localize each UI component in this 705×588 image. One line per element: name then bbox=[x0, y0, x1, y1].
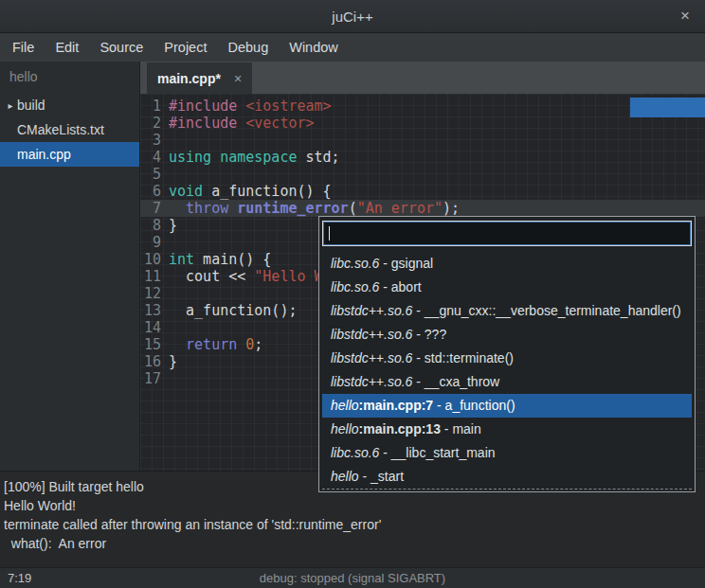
line-text: throw runtime_error("An error"); bbox=[161, 200, 460, 217]
code-line-2[interactable]: 2#include <vector> bbox=[140, 115, 705, 132]
symbol-name: - __gnu_cxx::__verbose_terminate_handler… bbox=[412, 303, 680, 318]
backtrace-item[interactable]: hello - _start bbox=[322, 465, 692, 489]
token-kw: namespace bbox=[220, 149, 297, 166]
backtrace-item[interactable]: hello:main.cpp:13 - main bbox=[322, 418, 692, 441]
line-text: #include <iostream> bbox=[161, 98, 332, 115]
token-inc: <iostream> bbox=[245, 98, 331, 115]
token-plain: std; bbox=[297, 149, 339, 166]
token-plain bbox=[169, 200, 186, 217]
tree-item-main-cpp[interactable]: main.cpp bbox=[0, 142, 139, 167]
line-number[interactable]: 15 bbox=[140, 336, 161, 353]
token-pp: #include bbox=[169, 115, 237, 132]
backtrace-popup: libc.so.6 - gsignallibc.so.6 - abortlibs… bbox=[318, 216, 696, 492]
tree-item-label: CMakeLists.txt bbox=[15, 122, 104, 137]
line-number[interactable]: 1 bbox=[140, 98, 161, 115]
backtrace-filter-input[interactable] bbox=[322, 221, 692, 246]
debug-status: debug: stopped (signal SIGABRT) bbox=[0, 568, 705, 588]
token-pp: #include bbox=[169, 98, 237, 115]
token-plain bbox=[211, 149, 220, 166]
symbol-name: - __cxa_throw bbox=[412, 374, 499, 389]
token-num: 0 bbox=[245, 336, 254, 353]
backtrace-item[interactable]: libc.so.6 - gsignal bbox=[322, 252, 692, 276]
menu-source[interactable]: Source bbox=[89, 33, 154, 62]
tree-item-cmakelists-txt[interactable]: CMakeLists.txt bbox=[0, 117, 139, 142]
code-line-1[interactable]: 1#include <iostream> bbox=[140, 98, 705, 115]
line-number[interactable]: 7 bbox=[140, 200, 161, 217]
scrollbar-thumb[interactable] bbox=[630, 98, 705, 117]
line-text: } bbox=[161, 353, 177, 370]
line-number[interactable]: 13 bbox=[140, 302, 161, 319]
token-kw: int bbox=[169, 251, 194, 268]
token-str: "Hello W bbox=[254, 268, 322, 285]
title-bar: juCi++ × bbox=[0, 0, 705, 33]
module-name: hello bbox=[331, 398, 359, 413]
line-text bbox=[161, 132, 169, 149]
line-number[interactable]: 8 bbox=[140, 217, 161, 234]
app-window: juCi++ × FileEditSourceProjectDebugWindo… bbox=[0, 0, 705, 588]
menu-window[interactable]: Window bbox=[279, 33, 349, 62]
token-plain bbox=[169, 336, 186, 353]
close-icon[interactable]: × bbox=[676, 7, 695, 26]
tab-close-icon[interactable]: × bbox=[234, 71, 242, 86]
line-text: int main() { bbox=[161, 251, 271, 268]
token-plain: a_function() { bbox=[203, 183, 331, 200]
expander-icon[interactable]: ▸ bbox=[0, 100, 15, 111]
module-name: hello bbox=[331, 421, 359, 437]
tab-main-cpp[interactable]: main.cpp* × bbox=[147, 62, 252, 94]
tree-item-label: main.cpp bbox=[15, 147, 71, 162]
module-name: libstdc++.so.6 bbox=[331, 374, 412, 389]
symbol-name: - _start bbox=[359, 469, 404, 484]
backtrace-item[interactable]: libstdc++.so.6 - __cxa_throw bbox=[322, 370, 692, 394]
tree-item-build[interactable]: ▸build bbox=[0, 93, 139, 117]
menu-file[interactable]: File bbox=[2, 33, 45, 62]
token-plain: ( bbox=[349, 200, 357, 217]
symbol-name: - ??? bbox=[412, 327, 446, 342]
line-number[interactable]: 12 bbox=[140, 285, 161, 302]
line-number[interactable]: 9 bbox=[140, 234, 161, 251]
line-number[interactable]: 5 bbox=[140, 166, 161, 183]
backtrace-item[interactable]: libc.so.6 - __libc_start_main bbox=[322, 441, 692, 465]
menu-edit[interactable]: Edit bbox=[45, 33, 89, 62]
code-line-7[interactable]: 7 throw runtime_error("An error"); bbox=[140, 200, 705, 217]
console-line: Hello World! bbox=[4, 496, 705, 515]
module-name: libc.so.6 bbox=[331, 445, 379, 460]
line-number[interactable]: 11 bbox=[140, 268, 161, 285]
token-exc: runtime_error bbox=[237, 200, 348, 217]
line-number[interactable]: 4 bbox=[140, 149, 161, 166]
line-number[interactable]: 16 bbox=[140, 353, 161, 370]
code-line-4[interactable]: 4using namespace std; bbox=[140, 149, 705, 166]
code-line-3[interactable]: 3 bbox=[140, 132, 705, 149]
symbol-name: - abort bbox=[379, 279, 421, 294]
module-name: libc.so.6 bbox=[331, 256, 379, 271]
backtrace-item[interactable]: libstdc++.so.6 - std::terminate() bbox=[322, 347, 692, 370]
backtrace-item[interactable]: libstdc++.so.6 - __gnu_cxx::__verbose_te… bbox=[322, 299, 692, 323]
token-kw2: throw bbox=[186, 200, 228, 217]
token-plain: main() { bbox=[194, 251, 271, 268]
line-text bbox=[161, 234, 169, 251]
symbol-name: - a_function() bbox=[433, 398, 515, 413]
backtrace-item[interactable]: libstdc++.so.6 - ??? bbox=[322, 323, 692, 347]
backtrace-item[interactable]: hello:main.cpp:7 - a_function() bbox=[322, 394, 692, 418]
line-number[interactable]: 6 bbox=[140, 183, 161, 200]
code-line-6[interactable]: 6void a_function() { bbox=[140, 183, 705, 200]
console-line: what(): An error bbox=[4, 534, 705, 553]
menu-bar: FileEditSourceProjectDebugWindow bbox=[0, 33, 705, 62]
tree-item-label: build bbox=[15, 98, 45, 113]
token-plain: ); bbox=[443, 200, 460, 217]
console-line: terminate called after throwing an insta… bbox=[4, 515, 705, 534]
backtrace-item[interactable]: libc.so.6 - abort bbox=[322, 276, 692, 299]
token-plain: } bbox=[169, 353, 177, 370]
line-number[interactable]: 14 bbox=[140, 319, 161, 336]
tab-bar: main.cpp* × bbox=[140, 62, 705, 94]
menu-debug[interactable]: Debug bbox=[217, 33, 279, 62]
symbol-name: - main bbox=[441, 421, 481, 437]
token-kw: using bbox=[169, 149, 211, 166]
line-number[interactable]: 3 bbox=[140, 132, 161, 149]
line-number[interactable]: 17 bbox=[140, 370, 161, 387]
source-location: :main.cpp:13 bbox=[359, 421, 441, 437]
line-number[interactable]: 10 bbox=[140, 251, 161, 268]
module-name: libc.so.6 bbox=[331, 279, 379, 294]
line-number[interactable]: 2 bbox=[140, 115, 161, 132]
code-line-5[interactable]: 5 bbox=[140, 166, 705, 183]
menu-project[interactable]: Project bbox=[154, 33, 217, 62]
